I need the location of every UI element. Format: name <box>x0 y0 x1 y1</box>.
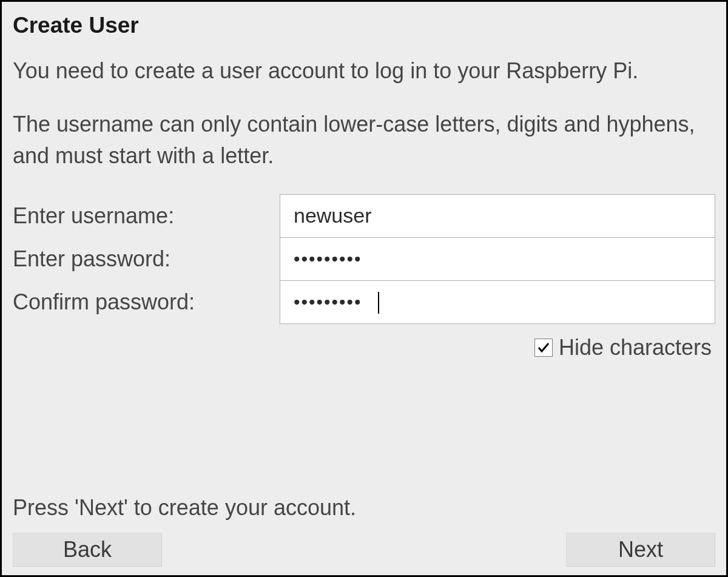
button-row: Back Next <box>13 533 715 567</box>
text-cursor <box>378 292 379 314</box>
hide-characters-checkbox[interactable] <box>534 339 553 357</box>
confirm-password-input[interactable] <box>280 280 715 324</box>
confirm-password-label: Confirm password: <box>13 289 280 315</box>
username-input[interactable] <box>280 194 715 238</box>
next-button[interactable]: Next <box>566 533 715 567</box>
confirm-row: Confirm password: <box>13 281 715 324</box>
password-input[interactable] <box>280 237 715 281</box>
dialog-title: Create User <box>13 13 715 38</box>
instruction-text: Press 'Next' to create your account. <box>13 495 715 521</box>
password-label: Enter password: <box>13 246 280 272</box>
back-button[interactable]: Back <box>13 533 162 567</box>
checkmark-icon <box>536 340 551 355</box>
username-row: Enter username: <box>13 194 715 238</box>
username-label: Enter username: <box>13 203 280 229</box>
dialog-rules: The username can only contain lower-case… <box>13 109 715 172</box>
dialog-description: You need to create a user account to log… <box>13 55 715 87</box>
hide-characters-row: Hide characters <box>13 335 715 360</box>
password-row: Enter password: <box>13 238 715 281</box>
hide-characters-label: Hide characters <box>559 335 715 360</box>
create-user-dialog: Create User You need to create a user ac… <box>0 0 728 577</box>
form-table: Enter username: Enter password: Confirm … <box>13 194 715 324</box>
